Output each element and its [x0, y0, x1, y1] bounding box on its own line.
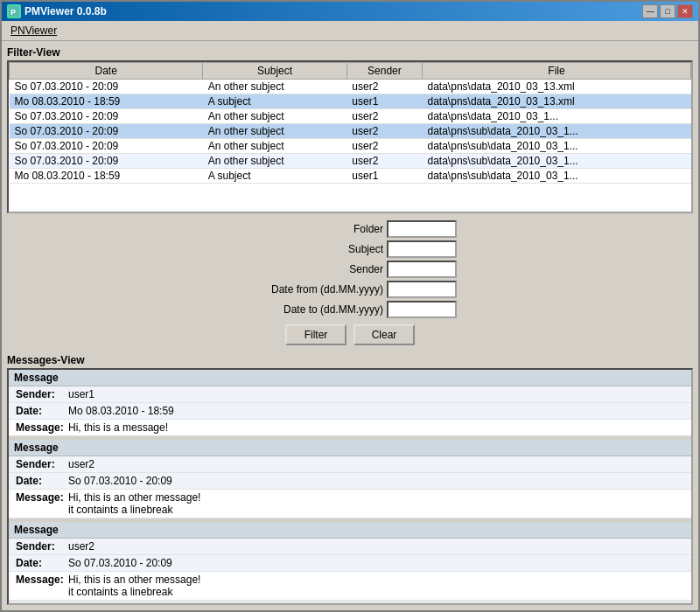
- folder-label: Folder: [243, 223, 383, 235]
- cell-file: data\pns\sub\data_2010_03_1...: [423, 169, 691, 184]
- field-value: user2: [68, 458, 94, 470]
- message-header: Message: [9, 440, 691, 456]
- cell-sender: user2: [346, 109, 422, 124]
- cell-subject: An other subject: [203, 109, 347, 124]
- folder-input[interactable]: [387, 220, 457, 238]
- message-group: MessageSender:user2Date:So 07.03.2010 - …: [9, 440, 691, 518]
- cell-date: So 07.03.2010 - 20:09: [10, 124, 203, 139]
- sender-row: Sender: [243, 261, 457, 278]
- cell-file: data\pns\sub\data_2010_03_1...: [423, 139, 691, 154]
- cell-date: So 07.03.2010 - 20:09: [10, 109, 203, 124]
- field-value: user1: [68, 388, 94, 400]
- message-header: Message: [9, 370, 691, 386]
- message-field: Date:Mo 08.03.2010 - 18:59: [9, 403, 691, 420]
- cell-sender: user1: [346, 169, 422, 184]
- cell-subject: An other subject: [203, 139, 347, 154]
- sender-label: Sender: [243, 263, 383, 275]
- cell-file: data\pns\data_2010_03_13.xml: [423, 94, 691, 109]
- message-field: Date:So 07.03.2010 - 20:09: [9, 473, 691, 490]
- table-row[interactable]: Mo 08.03.2010 - 18:59A subjectuser1data\…: [10, 94, 691, 109]
- field-value: Hi, this is a message!: [68, 421, 168, 434]
- message-field: Message:Hi, this is an other message! it…: [9, 572, 691, 601]
- cell-subject: A subject: [203, 169, 347, 184]
- table-header: Date Subject Sender File: [10, 63, 691, 80]
- field-value: Hi, this is an other message! it contain…: [68, 491, 200, 516]
- main-content: Filter-View Date Subject Sender File So …: [2, 41, 698, 610]
- field-value: So 07.03.2010 - 20:09: [68, 475, 172, 487]
- close-button[interactable]: ✕: [677, 4, 693, 18]
- field-label: Sender:: [16, 540, 68, 553]
- filter-buttons: Filter Clear: [285, 324, 415, 345]
- field-label: Message:: [16, 574, 68, 586]
- clear-button[interactable]: Clear: [354, 324, 415, 345]
- date-from-label: Date from (dd.MM.yyyy): [243, 283, 383, 296]
- message-header: Message: [9, 522, 691, 539]
- table-row[interactable]: So 07.03.2010 - 20:09An other subjectuse…: [10, 124, 691, 139]
- col-file: File: [423, 63, 691, 80]
- cell-sender: user1: [346, 94, 422, 109]
- field-label: Sender:: [16, 388, 68, 400]
- date-to-row: Date to (dd.MM.yyyy): [243, 301, 457, 318]
- filter-button[interactable]: Filter: [285, 324, 346, 345]
- field-value: Mo 08.03.2010 - 18:59: [68, 405, 174, 417]
- menu-item-pnviewer[interactable]: PNViewer: [5, 23, 62, 38]
- cell-date: Mo 08.03.2010 - 18:59: [10, 94, 203, 109]
- field-label: Message:: [16, 421, 68, 434]
- cell-file: data\pns\data_2010_03_1...: [423, 109, 691, 124]
- messages-scroll[interactable]: MessageSender:user1Date:Mo 08.03.2010 - …: [7, 368, 693, 605]
- cell-sender: user2: [346, 80, 422, 94]
- table-row[interactable]: Mo 08.03.2010 - 18:59A subjectuser1data\…: [10, 169, 691, 184]
- cell-date: So 07.03.2010 - 20:09: [10, 139, 203, 154]
- cell-subject: A subject: [203, 94, 347, 109]
- main-window: P PMViewer 0.0.8b — □ ✕ PNViewer Filter-…: [0, 0, 700, 612]
- filter-view-label: Filter-View: [7, 46, 693, 59]
- cell-subject: An other subject: [203, 124, 347, 139]
- subject-input[interactable]: [387, 240, 457, 258]
- cell-sender: user2: [346, 124, 422, 139]
- filter-view-section: Filter-View Date Subject Sender File So …: [7, 46, 693, 349]
- field-label: Date:: [16, 475, 68, 487]
- message-field: Message:Hi, this is a message!: [9, 420, 691, 436]
- subject-row: Subject: [243, 240, 457, 258]
- minimize-button[interactable]: —: [642, 4, 658, 18]
- maximize-button[interactable]: □: [660, 4, 676, 18]
- filter-table-container[interactable]: Date Subject Sender File So 07.03.2010 -…: [7, 60, 693, 213]
- filter-form: Folder Subject Sender Date from (dd.MM.y…: [7, 213, 693, 349]
- filter-table: Date Subject Sender File So 07.03.2010 -…: [9, 62, 691, 184]
- field-value: So 07.03.2010 - 20:09: [68, 557, 172, 569]
- title-bar: P PMViewer 0.0.8b — □ ✕: [2, 2, 698, 21]
- messages-view-label: Messages-View: [7, 354, 693, 366]
- field-value: user2: [68, 540, 94, 553]
- window-title: PMViewer 0.0.8b: [24, 5, 107, 17]
- message-field: Message:Hi, this is an other message! it…: [9, 490, 691, 518]
- cell-file: data\pns\sub\data_2010_03_1...: [423, 124, 691, 139]
- message-field: Sender:user1: [9, 386, 691, 403]
- cell-date: So 07.03.2010 - 20:09: [10, 80, 203, 94]
- cell-file: data\pns\sub\data_2010_03_1...: [423, 154, 691, 169]
- subject-label: Subject: [243, 243, 383, 255]
- col-subject: Subject: [203, 63, 347, 80]
- field-value: Hi, this is an other message! it contain…: [68, 574, 200, 598]
- cell-file: data\pns\data_2010_03_13.xml: [423, 80, 691, 94]
- field-label: Date:: [16, 557, 68, 569]
- sender-input[interactable]: [387, 261, 457, 278]
- table-row[interactable]: So 07.03.2010 - 20:09An other subjectuse…: [10, 139, 691, 154]
- message-field: Date:So 07.03.2010 - 20:09: [9, 555, 691, 572]
- title-bar-controls: — □ ✕: [642, 4, 693, 18]
- cell-sender: user2: [346, 139, 422, 154]
- date-to-label: Date to (dd.MM.yyyy): [243, 303, 383, 316]
- field-label: Date:: [16, 405, 68, 417]
- date-to-input[interactable]: [387, 301, 457, 318]
- date-from-input[interactable]: [387, 281, 457, 298]
- cell-date: So 07.03.2010 - 20:09: [10, 154, 203, 169]
- message-group: MessageSender:user1Date:Mo 08.03.2010 - …: [9, 370, 691, 436]
- table-row[interactable]: So 07.03.2010 - 20:09An other subjectuse…: [10, 80, 691, 94]
- table-row[interactable]: So 07.03.2010 - 20:09An other subjectuse…: [10, 154, 691, 169]
- cell-sender: user2: [346, 154, 422, 169]
- field-label: Sender:: [16, 458, 68, 470]
- app-icon: P: [7, 4, 21, 18]
- table-row[interactable]: So 07.03.2010 - 20:09An other subjectuse…: [10, 109, 691, 124]
- message-group: MessageSender:user2Date:So 07.03.2010 - …: [9, 522, 691, 601]
- cell-date: Mo 08.03.2010 - 18:59: [10, 169, 203, 184]
- field-label: Message:: [16, 491, 68, 504]
